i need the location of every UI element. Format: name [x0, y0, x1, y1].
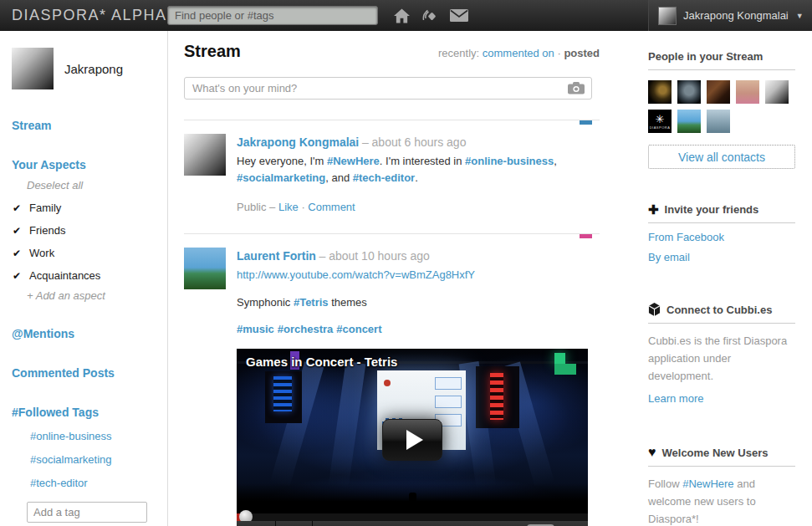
post-author-avatar[interactable]	[184, 248, 226, 289]
comment-link[interactable]: Comment	[308, 201, 355, 213]
page-title: Stream	[184, 42, 241, 61]
invite-email-link[interactable]: By email	[648, 251, 795, 263]
camera-icon[interactable]	[568, 82, 585, 97]
aspect-item-work[interactable]: ✔ Work	[13, 247, 156, 259]
hashtag-link[interactable]: #socialmarketing	[237, 171, 325, 184]
hashtag-link[interactable]: #NewHere	[327, 155, 380, 167]
sidebar-user: Jakrapong	[12, 48, 156, 89]
aspect-item-family[interactable]: ✔ Family	[13, 202, 156, 214]
user-menu[interactable]: Jakrapong Kongmalai ▼	[648, 0, 812, 31]
welcome-description: Follow #NewHere and welcome new users to…	[648, 476, 795, 526]
stream-column: Stream recently: commented on · posted J…	[184, 31, 600, 526]
post-timestamp: – about 10 hours ago	[319, 249, 430, 263]
cubbies-description: Cubbi.es is the first Diaspora applicati…	[648, 333, 795, 385]
section-title-text: People in your Stream	[648, 50, 763, 63]
hashtag-link[interactable]: #tech-editor	[353, 171, 415, 184]
invite-facebook-link[interactable]: From Facebook	[648, 231, 795, 243]
followed-tag-socialmarketing[interactable]: #socialmarketing	[30, 453, 156, 466]
seek-bar[interactable]	[237, 513, 588, 521]
post-text-segment: , and	[325, 171, 353, 184]
cubbies-section: Connect to Cubbi.es Cubbi.es is the firs…	[648, 303, 795, 405]
contacts-grid: ✳ DIASPORA	[648, 80, 795, 133]
post-text: Hey everyone, I'm #NewHere. I'm interest…	[237, 153, 600, 186]
aspect-item-acquaintances[interactable]: ✔ Acquaintances	[13, 269, 156, 282]
post-author-avatar[interactable]	[184, 134, 226, 176]
play-button[interactable]	[237, 521, 276, 526]
add-tag-input[interactable]	[27, 502, 147, 523]
cubbies-learn-more-link[interactable]: Learn more	[648, 392, 795, 405]
aspect-label: Work	[29, 247, 54, 259]
text-segment: Follow	[648, 477, 682, 490]
check-icon: ✔	[13, 202, 21, 214]
sidebar-item-commented-posts[interactable]: Commented Posts	[12, 366, 156, 380]
deselect-all-link[interactable]: Deselect all	[27, 179, 156, 192]
youtube-player: Games in Concert - Tetris 0:00 / 6:05	[237, 349, 588, 526]
contact-avatar[interactable]	[707, 110, 730, 133]
hashtag-link[interactable]: #concert	[336, 323, 381, 335]
stage-panel-right	[476, 366, 519, 428]
notifications-icon[interactable]	[421, 8, 438, 24]
post-text-segment: .	[415, 171, 418, 184]
sidebar-item-stream[interactable]: Stream	[12, 119, 156, 132]
publisher-input[interactable]	[184, 77, 592, 100]
mail-icon[interactable]	[450, 9, 468, 22]
youtube-url-link[interactable]: http://www.youtube.com/watch?v=wBmZAg8Hx…	[237, 268, 475, 281]
contact-avatar[interactable]	[765, 80, 789, 104]
post-text-segment: Symphonic	[237, 296, 294, 309]
aspect-badge	[580, 234, 592, 238]
heart-icon: ♥	[648, 446, 656, 459]
sidebar-item-followed-tags[interactable]: #Followed Tags	[12, 406, 156, 419]
play-overlay-button[interactable]	[382, 419, 442, 461]
hashtag-link[interactable]: #music	[237, 323, 274, 335]
home-icon[interactable]	[394, 8, 410, 23]
post-text-segment: . I'm interested in	[380, 155, 465, 167]
diaspora-logo[interactable]: DIASPORA* ALPHA	[12, 7, 167, 24]
aspect-item-friends[interactable]: ✔ Friends	[13, 224, 156, 237]
contact-avatar-diaspora[interactable]: ✳ DIASPORA	[648, 110, 672, 133]
conductor-silhouette	[409, 493, 416, 511]
hashtag-link[interactable]: #orchestra	[278, 323, 333, 335]
diaspora-asterisk-icon: ✳	[656, 114, 665, 125]
publisher	[184, 77, 592, 100]
sort-posted[interactable]: posted	[564, 47, 600, 59]
sidebar-user-avatar[interactable]	[12, 48, 54, 89]
welcome-section-title: ♥ Welcome New Users	[648, 446, 795, 467]
like-link[interactable]: Like	[278, 201, 299, 213]
hashtag-link[interactable]: #online-business	[465, 155, 554, 167]
view-all-contacts-button[interactable]: View all contacts	[648, 145, 795, 169]
tetris-piece-green	[554, 353, 565, 364]
diaspora-avatar-label: DIASPORA	[650, 125, 671, 130]
stream-post: Jakrapong Kongmalai – about 6 hours ago …	[184, 120, 600, 213]
sidebar-user-name: Jakrapong	[64, 62, 123, 76]
video-title[interactable]: Games in Concert - Tetris	[246, 353, 397, 372]
sort-commented-on-link[interactable]: commented on	[483, 47, 554, 59]
hashtag-link[interactable]: #Tetris	[294, 296, 329, 309]
right-sidebar: People in your Stream ✳ DIASPORA View al…	[648, 31, 795, 526]
topbar-icons	[394, 0, 468, 31]
contact-avatar[interactable]	[707, 80, 730, 104]
sidebar-item-mentions[interactable]: @Mentions	[12, 327, 156, 340]
newhere-tag-link[interactable]: #NewHere	[682, 477, 733, 490]
contact-avatar[interactable]	[677, 80, 701, 104]
player-controls: 0:00 / 6:05 + You Tube	[237, 521, 588, 526]
footer-separator: –	[269, 201, 275, 213]
aspect-label: Friends	[29, 224, 65, 237]
contact-avatar[interactable]	[648, 80, 672, 104]
volume-button[interactable]	[276, 521, 313, 526]
aspect-label: Family	[29, 202, 61, 214]
post-author-link[interactable]: Laurent Fortin	[237, 249, 316, 263]
add-aspect-link[interactable]: + Add an aspect	[27, 289, 156, 302]
followed-tag-tech-editor[interactable]: #tech-editor	[30, 477, 156, 489]
post-tags: #music#orchestra#concert	[237, 321, 588, 338]
followed-tag-online-business[interactable]: #online-business	[30, 430, 156, 442]
contact-avatar[interactable]	[677, 110, 701, 133]
search-input[interactable]	[167, 6, 378, 25]
cubbies-section-title: Connect to Cubbi.es	[648, 303, 795, 324]
left-sidebar: Jakrapong Stream Your Aspects Deselect a…	[0, 31, 168, 526]
post-text-segment: ,	[554, 155, 557, 167]
post-text-segment: Hey everyone, I'm	[237, 155, 327, 167]
contact-avatar[interactable]	[736, 80, 759, 104]
post-author-link[interactable]: Jakrapong Kongmalai	[237, 135, 359, 149]
sidebar-item-your-aspects[interactable]: Your Aspects	[12, 158, 156, 171]
recently-label: recently:	[438, 47, 479, 59]
